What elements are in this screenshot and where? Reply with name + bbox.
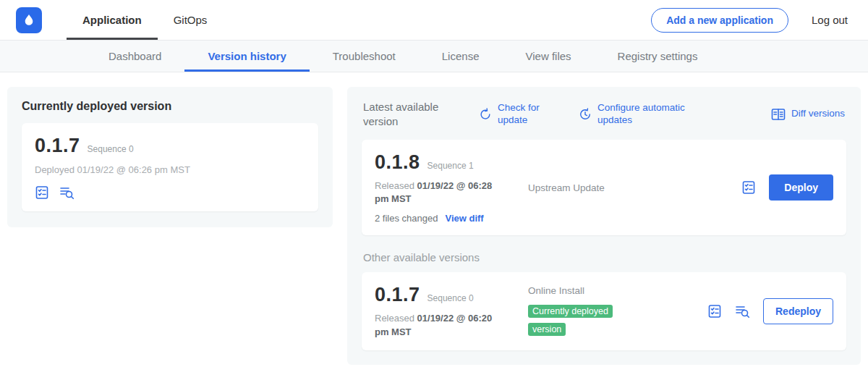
latest-version-row: 0.1.8 Sequence 1 [375,151,528,174]
view-diff-link[interactable]: View diff [445,213,483,224]
configure-automatic-updates-action[interactable]: Configure automatic updates [579,102,705,127]
app-logo [16,7,42,33]
latest-release-info: 0.1.8 Sequence 1 Released 01/19/22 @ 06:… [375,151,528,224]
released-label: Released [375,180,414,191]
subnav-item-troubleshoot-label: Troubleshoot [333,50,396,62]
tab-gitops-label: GitOps [174,14,208,26]
latest-source-label: Upstream Update [528,182,605,193]
subnav-item-troubleshoot[interactable]: Troubleshoot [310,41,419,72]
latest-release-actions: Deploy [741,174,833,201]
latest-available-title: Latest available version [363,100,454,128]
diff-versions-icon [771,108,786,121]
release-notes-checklist-icon[interactable] [35,185,49,200]
tab-application[interactable]: Application [67,0,158,40]
other-view-files-search-icon[interactable] [735,304,750,319]
latest-files-row: 2 files changed View diff [375,213,528,224]
subnav-item-license[interactable]: License [419,41,503,72]
diff-versions-action[interactable]: Diff versions [771,108,845,121]
app-logo-icon [22,13,36,28]
deployed-sequence-label: Sequence 0 [88,144,134,154]
other-release-info: 0.1.7 Sequence 0 Released 01/19/22 @ 06:… [375,284,528,338]
subnav-item-view-files[interactable]: View files [502,41,594,72]
configure-automatic-updates-label: Configure automatic updates [597,102,705,127]
subnav-item-version-history[interactable]: Version history [184,41,309,72]
deployed-timestamp: Deployed 01/19/22 @ 06:26 pm MST [35,164,305,175]
subnav-item-license-label: License [442,50,480,62]
latest-sequence-label: Sequence 1 [427,161,474,171]
app-subnav: Dashboard Version history Troubleshoot L… [0,41,868,72]
subnav-item-registry-settings-label: Registry settings [618,50,698,62]
view-files-search-icon[interactable] [59,185,75,200]
subnav-item-dashboard-label: Dashboard [109,50,161,62]
currently-deployed-panel: Currently deployed version 0.1.7 Sequenc… [7,87,333,227]
currently-deployed-title: Currently deployed version [22,100,318,113]
other-version-row: 0.1.7 Sequence 0 [375,284,528,306]
other-release-notes-checklist-icon[interactable] [707,304,722,319]
latest-released-line: Released 01/19/22 @ 06:28 pm MST [375,180,509,206]
other-available-versions-heading: Other available versions [363,251,845,263]
tab-application-label: Application [82,14,142,26]
other-release-source: Online Install Currently deployed versio… [528,285,707,338]
schedule-update-icon [579,108,592,121]
other-version-number: 0.1.7 [375,284,420,306]
redeploy-button[interactable]: Redeploy [763,298,833,324]
add-new-application-button[interactable]: Add a new application [651,8,788,33]
other-release-card: 0.1.7 Sequence 0 Released 01/19/22 @ 06:… [362,272,846,350]
check-for-update-label: Check for update [498,102,554,127]
other-sequence-label: Sequence 0 [427,293,474,303]
subnav-item-view-files-label: View files [525,50,571,62]
available-versions-panel: Latest available version Check for updat… [347,87,861,365]
check-for-update-action[interactable]: Check for update [479,102,554,127]
navbar-spacer [223,0,651,40]
diff-versions-label: Diff versions [791,108,845,120]
top-navbar: Application GitOps Add a new application… [0,0,868,41]
deployed-actions-row [35,185,305,200]
other-release-actions: Redeploy [707,298,833,324]
released-label: Released [375,313,414,324]
available-header: Latest available version Check for updat… [363,100,845,128]
tab-gitops[interactable]: GitOps [158,0,224,40]
deployed-version-number: 0.1.7 [35,135,80,157]
refresh-icon [479,108,492,121]
deploy-button[interactable]: Deploy [769,174,833,201]
other-source-label: Online Install [528,285,707,296]
deployed-version-row: 0.1.7 Sequence 0 [35,135,305,157]
latest-release-card: 0.1.8 Sequence 1 Released 01/19/22 @ 06:… [362,140,846,235]
latest-release-notes-checklist-icon[interactable] [741,180,756,195]
subnav-item-registry-settings[interactable]: Registry settings [595,41,721,72]
files-changed-label: 2 files changed [375,213,438,224]
currently-deployed-badge: Currently deployed version [528,305,613,336]
latest-version-number: 0.1.8 [375,151,420,174]
other-released-line: Released 01/19/22 @ 06:20 pm MST [375,312,509,338]
logout-button[interactable]: Log out [807,14,852,26]
main-content: Currently deployed version 0.1.7 Sequenc… [0,72,868,365]
latest-release-source: Upstream Update [528,181,741,194]
currently-deployed-badge-wrap: Currently deployed version [528,302,631,338]
subnav-item-dashboard[interactable]: Dashboard [85,41,184,72]
currently-deployed-card: 0.1.7 Sequence 0 Deployed 01/19/22 @ 06:… [22,123,318,211]
subnav-item-version-history-label: Version history [208,50,286,62]
